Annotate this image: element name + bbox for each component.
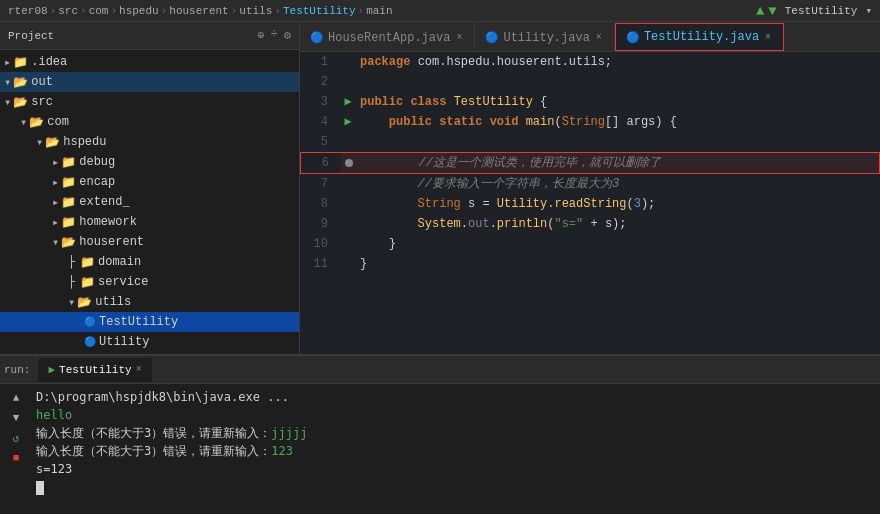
error-val1: jjjjj: [271, 426, 307, 440]
settings-icon[interactable]: ⚙: [284, 28, 291, 43]
line-icon: ├: [68, 255, 80, 269]
error-val2: 123: [271, 444, 293, 458]
folder-icon: 📂: [13, 75, 28, 90]
code-line-3: 3 ▶ public class TestUtility {: [300, 92, 880, 112]
folder-icon: 📂: [29, 115, 44, 130]
bottom-tab-testutility[interactable]: ▶ TestUtility ×: [38, 358, 151, 382]
split-icon[interactable]: ÷: [271, 28, 278, 43]
console-line-result: s=123: [36, 460, 872, 478]
sidebar-item-src[interactable]: 📂 src: [0, 92, 299, 112]
sidebar-item-com[interactable]: 📂 com: [0, 112, 299, 132]
folder-icon: 📁: [61, 155, 76, 170]
add-icon[interactable]: ⊕: [257, 28, 264, 43]
bottom-tabs-bar: run: ▶ TestUtility ×: [0, 356, 880, 384]
sidebar-item-idea[interactable]: 📁 .idea: [0, 52, 299, 72]
code-content: public static void main(String[] args) {: [356, 112, 880, 132]
line-icon: ├: [68, 275, 80, 289]
nav-up-icon[interactable]: ▲: [756, 3, 764, 19]
tab-utility[interactable]: 🔵 Utility.java ×: [475, 23, 614, 51]
sidebar-item-domain[interactable]: ├ 📁 domain: [0, 252, 299, 272]
folder-icon: 📁: [80, 255, 95, 270]
scroll-down-button[interactable]: ▼: [8, 410, 24, 426]
bottom-tab-close[interactable]: ×: [136, 364, 142, 375]
sidebar-item-label: houserent: [79, 235, 144, 249]
code-editor[interactable]: 1 package com.hspedu.houserent.utils; 2 …: [300, 52, 880, 354]
sidebar: Project ⊕ ÷ ⚙ 📁 .idea 📂 out: [0, 22, 300, 354]
stop-button[interactable]: ■: [8, 450, 24, 466]
sidebar-item-out[interactable]: 📂 out: [0, 72, 299, 92]
code-line-9: 9 System.out.println("s=" + s);: [300, 214, 880, 234]
bottom-content: ▲ ▼ ↺ ■ D:\program\hspjdk8\bin\java.exe …: [0, 384, 880, 514]
console-line-path: D:\program\hspjdk8\bin\java.exe ...: [36, 388, 872, 406]
sidebar-item-label: extend_: [79, 195, 129, 209]
breadcrumb-part: utils: [239, 5, 272, 17]
gutter: [340, 174, 356, 194]
sidebar-item-hspedu[interactable]: 📂 hspedu: [0, 132, 299, 152]
sidebar-item-label: com: [47, 115, 69, 129]
nav-down-icon[interactable]: ▼: [768, 3, 776, 19]
breadcrumb-part: com: [89, 5, 109, 17]
gutter: ▶: [340, 92, 356, 112]
console-line-hello: hello: [36, 406, 872, 424]
gutter: [340, 214, 356, 234]
sidebar-item-label: utils: [95, 295, 131, 309]
tab-close-button[interactable]: ×: [763, 31, 773, 44]
line-number: 8: [300, 194, 340, 214]
sidebar-item-service[interactable]: ├ 📁 service: [0, 272, 299, 292]
sidebar-item-extend[interactable]: 📁 extend_: [0, 192, 299, 212]
code-content: public class TestUtility {: [356, 92, 880, 112]
tab-houserrentapp[interactable]: 🔵 HouseRentApp.java ×: [300, 23, 475, 51]
run-gutter-icon[interactable]: ▶: [344, 112, 351, 132]
folder-icon: 📁: [13, 55, 28, 70]
folder-icon: 📁: [61, 215, 76, 230]
arrow-icon: [20, 115, 29, 130]
sidebar-actions: ⊕ ÷ ⚙: [257, 28, 291, 43]
gutter: [340, 132, 356, 152]
code-content: }: [356, 234, 880, 254]
folder-icon: 📂: [61, 235, 76, 250]
error-prefix: 输入长度（不能大于3）错误，请重新输入：: [36, 444, 271, 458]
gutter: [340, 52, 356, 72]
code-content: System.out.println("s=" + s);: [356, 214, 880, 234]
run-gutter-icon[interactable]: ▶: [344, 92, 351, 112]
arrow-icon: [52, 175, 61, 190]
breadcrumb-part: rter08: [8, 5, 48, 17]
breadcrumb-part: hspedu: [119, 5, 159, 17]
folder-icon: 📂: [45, 135, 60, 150]
sidebar-item-utility[interactable]: 🔵 Utility: [0, 332, 299, 352]
code-line-6: 6 //这是一个测试类，使用完毕，就可以删除了: [300, 152, 880, 174]
tab-testutility[interactable]: 🔵 TestUtility.java ×: [615, 23, 784, 51]
sidebar-item-debug[interactable]: 📁 debug: [0, 152, 299, 172]
cursor-icon: [36, 481, 44, 495]
tab-close-button[interactable]: ×: [454, 31, 464, 44]
sidebar-item-homework[interactable]: 📁 homework: [0, 212, 299, 232]
java-file-icon: 🔵: [84, 336, 96, 348]
gutter: ▶: [340, 112, 356, 132]
sidebar-item-utils[interactable]: 📂 utils: [0, 292, 299, 312]
arrow-icon: [4, 95, 13, 110]
code-content: //要求输入一个字符串，长度最大为3: [356, 174, 880, 194]
sidebar-item-label: out: [31, 75, 53, 89]
sidebar-item-houserent[interactable]: 📂 houserent: [0, 232, 299, 252]
sidebar-item-encap[interactable]: 📁 encap: [0, 172, 299, 192]
tab-close-button[interactable]: ×: [594, 31, 604, 44]
sidebar-title: Project: [8, 30, 54, 42]
gutter: [340, 194, 356, 214]
tab-file-icon: 🔵: [626, 31, 640, 44]
breadcrumb-part: src: [58, 5, 78, 17]
code-line-11: 11 }: [300, 254, 880, 274]
breakpoint-icon[interactable]: [345, 159, 353, 167]
dropdown-icon[interactable]: ▾: [865, 4, 872, 17]
code-line-10: 10 }: [300, 234, 880, 254]
folder-icon: 📁: [61, 175, 76, 190]
line-number: 2: [300, 72, 340, 92]
sidebar-item-label: encap: [79, 175, 115, 189]
rerun-button[interactable]: ↺: [8, 430, 24, 446]
line-number: 6: [301, 153, 341, 173]
run-icon-small: ▶: [48, 363, 55, 376]
code-line-1: 1 package com.hspedu.houserent.utils;: [300, 52, 880, 72]
scroll-up-button[interactable]: ▲: [8, 390, 24, 406]
folder-icon: 📁: [80, 275, 95, 290]
code-content: package com.hspedu.houserent.utils;: [356, 52, 880, 72]
sidebar-item-testutility[interactable]: 🔵 TestUtility: [0, 312, 299, 332]
